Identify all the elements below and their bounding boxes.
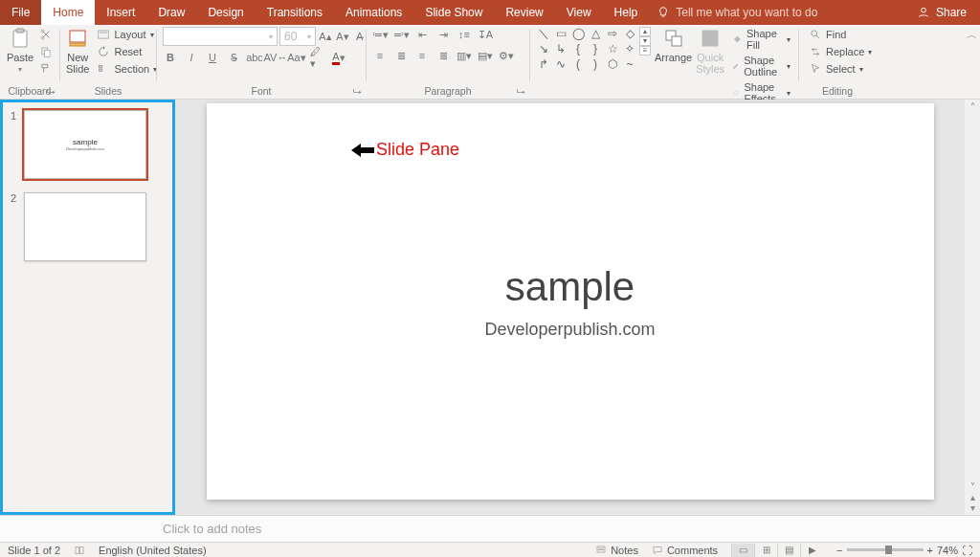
- notes-pane[interactable]: Click to add notes: [0, 515, 980, 542]
- tab-home[interactable]: Home: [41, 0, 95, 25]
- smartart-button[interactable]: ⚙▾: [499, 48, 514, 63]
- reset-button[interactable]: Reset: [93, 44, 161, 59]
- clipboard-launcher[interactable]: ⮡: [47, 88, 56, 98]
- tab-transitions[interactable]: Transitions: [256, 0, 334, 25]
- find-button[interactable]: Find: [805, 27, 876, 42]
- share-button[interactable]: Share: [903, 0, 980, 25]
- underline-button[interactable]: U: [205, 50, 220, 65]
- replace-button[interactable]: Replace ▾: [805, 44, 876, 59]
- shape-oval-icon[interactable]: ◯: [570, 27, 586, 40]
- section-button[interactable]: Section ▾: [93, 61, 161, 77]
- font-size-combo[interactable]: 60▾: [279, 27, 316, 46]
- next-slide-button[interactable]: ▾: [970, 502, 975, 513]
- increase-indent-button[interactable]: ⇥: [435, 27, 451, 42]
- collapse-ribbon-button[interactable]: ︿: [964, 27, 979, 42]
- strikethrough-button[interactable]: S̶: [226, 50, 241, 65]
- slide-title[interactable]: sample: [505, 264, 635, 310]
- shape-callout-icon[interactable]: ✧: [622, 42, 637, 56]
- select-button[interactable]: Select ▾: [805, 61, 876, 77]
- fit-to-window-button[interactable]: ⛶: [962, 545, 972, 556]
- sorter-view-button[interactable]: ⊞: [754, 544, 777, 557]
- numbering-button[interactable]: ≕▾: [393, 27, 409, 42]
- scroll-up-button[interactable]: ˄: [970, 101, 975, 112]
- paragraph-launcher[interactable]: ⮡: [517, 88, 525, 98]
- text-direction-button[interactable]: ↧A: [478, 27, 493, 42]
- tell-me-search[interactable]: Tell me what you want to do: [649, 0, 825, 25]
- line-spacing-button[interactable]: ↕≡: [457, 27, 472, 42]
- shape-connector-icon[interactable]: ↳: [553, 42, 568, 56]
- paste-button[interactable]: Paste ▾: [6, 27, 34, 74]
- canvas-area[interactable]: sample Developerpublish.com Slide Pane: [175, 100, 965, 515]
- increase-font-button[interactable]: A▴: [318, 29, 333, 44]
- shape-triangle-icon[interactable]: △: [588, 27, 603, 40]
- zoom-level[interactable]: 74%: [937, 545, 958, 556]
- decrease-indent-button[interactable]: ⇤: [414, 27, 430, 42]
- align-center-button[interactable]: ≣: [393, 48, 409, 63]
- new-slide-button[interactable]: New Slide: [66, 27, 89, 75]
- font-launcher[interactable]: ⮡: [353, 88, 362, 98]
- shape-scribble-icon[interactable]: ~: [622, 57, 637, 71]
- slide-canvas[interactable]: sample Developerpublish.com: [207, 103, 934, 500]
- shapes-gallery[interactable]: ＼ ▭ ◯ △ ⇨ ◇ ↘ ↳ { } ☆ ✧ ↱ ∿ ( ) ⬡: [536, 27, 637, 71]
- font-name-combo[interactable]: ▾: [163, 27, 278, 46]
- slide-thumbnail[interactable]: [24, 192, 146, 261]
- tab-file[interactable]: File: [0, 0, 41, 25]
- reading-view-button[interactable]: ▤: [777, 544, 800, 557]
- highlight-button[interactable]: 🖊▾: [310, 50, 325, 65]
- zoom-in-button[interactable]: +: [927, 545, 933, 556]
- tab-animations[interactable]: Animations: [334, 0, 413, 25]
- tab-view[interactable]: View: [555, 0, 603, 25]
- shape-diamond-icon[interactable]: ◇: [622, 27, 637, 40]
- prev-slide-button[interactable]: ▴: [970, 492, 975, 502]
- decrease-font-button[interactable]: A▾: [335, 29, 350, 44]
- shape-curve-icon[interactable]: ∿: [553, 57, 568, 71]
- justify-button[interactable]: ≣: [435, 48, 451, 63]
- columns-button[interactable]: ▥▾: [457, 48, 472, 63]
- scroll-down-button[interactable]: ˅: [970, 481, 975, 492]
- slide-thumbnail[interactable]: sample Developerpublish.com: [24, 110, 146, 179]
- shape-rparen-icon[interactable]: ): [588, 57, 603, 71]
- shadow-button[interactable]: abc: [247, 50, 262, 65]
- shape-fill-button[interactable]: Shape Fill ▾: [728, 27, 794, 52]
- cut-button[interactable]: [38, 27, 54, 42]
- slide-subtitle[interactable]: Developerpublish.com: [484, 320, 655, 340]
- gallery-more-button[interactable]: ≡: [639, 46, 651, 56]
- layout-button[interactable]: Layout ▾: [93, 27, 161, 42]
- shape-outline-button[interactable]: Shape Outline ▾: [728, 54, 794, 78]
- align-right-button[interactable]: ≡: [414, 48, 430, 63]
- language-indicator[interactable]: English (United States): [99, 545, 207, 556]
- slideshow-view-button[interactable]: ▶: [800, 544, 823, 557]
- shape-elbow-icon[interactable]: ↱: [536, 57, 551, 71]
- format-painter-button[interactable]: [38, 61, 54, 77]
- align-text-button[interactable]: ▤▾: [478, 48, 493, 63]
- bold-button[interactable]: B: [163, 50, 178, 65]
- gallery-up-button[interactable]: ▴: [639, 27, 651, 36]
- notes-toggle[interactable]: Notes: [595, 545, 638, 556]
- shape-line2-icon[interactable]: ↘: [536, 42, 551, 56]
- shape-lbrace-icon[interactable]: {: [570, 42, 586, 56]
- shape-rbrace-icon[interactable]: }: [588, 42, 603, 56]
- shape-lparen-icon[interactable]: (: [570, 57, 586, 71]
- tab-help[interactable]: Help: [603, 0, 650, 25]
- quick-styles-button[interactable]: A Quick Styles: [696, 27, 724, 75]
- tab-design[interactable]: Design: [196, 0, 255, 25]
- tab-draw[interactable]: Draw: [146, 0, 196, 25]
- arrange-button[interactable]: Arrange: [655, 27, 692, 63]
- tab-slideshow[interactable]: Slide Show: [413, 0, 494, 25]
- normal-view-button[interactable]: ▭: [731, 544, 754, 557]
- char-spacing-button[interactable]: AV↔: [268, 50, 283, 65]
- bullets-button[interactable]: ≔▾: [372, 27, 388, 42]
- shape-hex-icon[interactable]: ⬡: [605, 57, 620, 71]
- shape-star-icon[interactable]: ☆: [605, 42, 620, 56]
- zoom-out-button[interactable]: −: [836, 545, 842, 556]
- tab-insert[interactable]: Insert: [95, 0, 146, 25]
- change-case-button[interactable]: Aa▾: [289, 50, 304, 65]
- zoom-slider-thumb[interactable]: [885, 546, 892, 554]
- vertical-scrollbar[interactable]: ˄ ˅ ▴ ▾: [965, 100, 980, 515]
- gallery-down-button[interactable]: ▾: [639, 36, 651, 46]
- shape-arrow-icon[interactable]: ⇨: [605, 27, 620, 40]
- shape-rect-icon[interactable]: ▭: [553, 27, 568, 40]
- align-left-button[interactable]: ≡: [372, 48, 388, 63]
- zoom-slider-track[interactable]: [847, 548, 924, 551]
- spellcheck-button[interactable]: [74, 545, 85, 556]
